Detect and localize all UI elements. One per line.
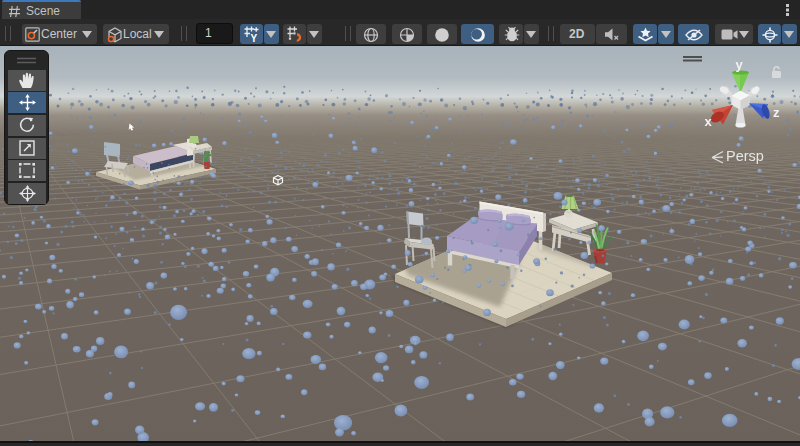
svg-text:y: y [736,57,744,72]
svg-text:z: z [773,105,780,120]
svg-text:x: x [705,114,713,129]
svg-text:Persp: Persp [726,148,764,164]
svg-text:Y: Y [250,33,257,43]
